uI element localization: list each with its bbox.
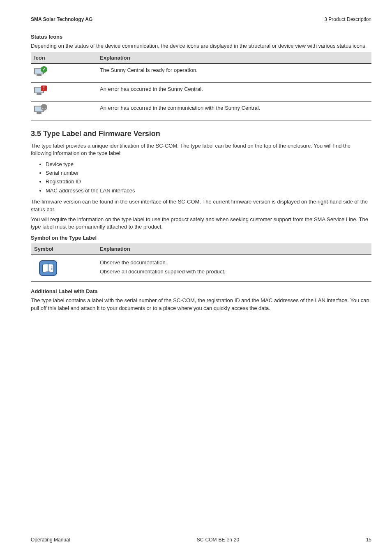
table-row: ✓ The Sunny Central is ready for operati…: [31, 64, 371, 83]
list-item: Registration ID: [46, 177, 371, 186]
list-item: MAC addresses of the LAN interfaces: [46, 186, 371, 195]
device-error-icon: !: [34, 86, 46, 97]
explanation-cell: An error has occurred in the communicati…: [97, 102, 371, 120]
footer-left: Operating Manual: [31, 537, 70, 543]
header-company: SMA Solar Technology AG: [31, 16, 92, 22]
status-icons-heading: Status Icons: [31, 34, 371, 40]
list-item: Serial number: [46, 169, 371, 177]
additional-label-heading: Additional Label with Data: [31, 288, 371, 294]
table-row: … An error has occurred in the communica…: [31, 102, 371, 120]
page-footer: Operating Manual SC-COM-BE-en-20 15: [31, 537, 371, 543]
explanation-cell: An error has occurred in the Sunny Centr…: [97, 83, 371, 102]
section-3-5-para2: The firmware version can be found in the…: [31, 198, 371, 213]
status-icons-table: Icon Explanation ✓ The Sunny Central is …: [31, 52, 371, 120]
table-row: ! An error has occurred in the Sunny Cen…: [31, 83, 371, 102]
device-ready-icon: ✓: [34, 67, 46, 78]
additional-label-para: The type label contains a label with the…: [31, 297, 371, 312]
footer-center: SC-COM-BE-en-20: [197, 537, 239, 543]
documentation-icon: i: [39, 260, 57, 276]
status-icons-intro: Depending on the status of the device co…: [31, 42, 371, 50]
section-3-5-para1: The type label provides a unique identif…: [31, 142, 371, 157]
symbol-type-label-heading: Symbol on the Type Label: [31, 235, 371, 241]
communication-error-icon: …: [34, 105, 46, 116]
col-symbol: Symbol: [31, 243, 97, 255]
list-item: Device type: [46, 160, 371, 169]
col-explanation: Explanation: [97, 52, 371, 64]
symbol-exp-line2: Observe all documentation supplied with …: [100, 268, 368, 275]
type-label-bullets: Device type Serial number Registration I…: [46, 160, 371, 195]
symbol-table: Symbol Explanation i Observe the documen…: [31, 243, 371, 282]
col-explanation: Explanation: [97, 243, 371, 255]
section-3-5-para3: You will require the information on the …: [31, 216, 371, 231]
explanation-cell: Observe the documentation. Observe all d…: [97, 255, 371, 282]
col-icon: Icon: [31, 52, 97, 64]
symbol-exp-line1: Observe the documentation.: [100, 259, 368, 266]
footer-right: 15: [366, 537, 371, 543]
header-section: 3 Product Description: [324, 16, 371, 22]
section-3-5-heading: 3.5 Type Label and Firmware Version: [31, 130, 371, 138]
table-row: i Observe the documentation. Observe all…: [31, 255, 371, 282]
explanation-cell: The Sunny Central is ready for operation…: [97, 64, 371, 83]
page-header: SMA Solar Technology AG 3 Product Descri…: [31, 16, 371, 22]
